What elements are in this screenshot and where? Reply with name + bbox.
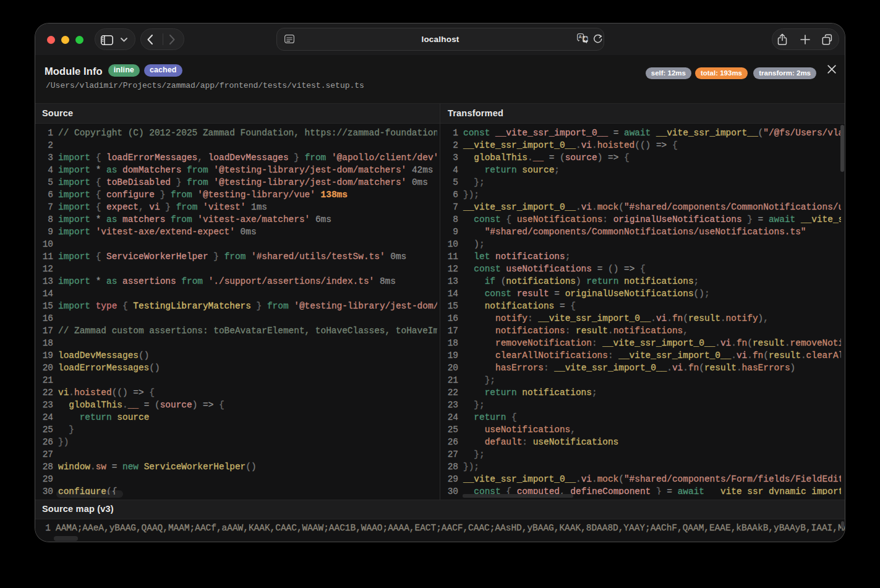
svg-text:A: A bbox=[579, 34, 583, 40]
svg-text:✱: ✱ bbox=[584, 36, 588, 42]
